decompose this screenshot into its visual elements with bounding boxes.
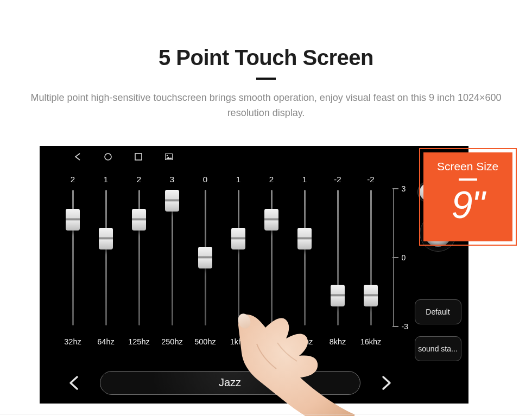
svg-rect-1 — [135, 153, 142, 160]
eq-band-250hz: 3250hz — [156, 175, 189, 346]
equalizer-panel: 232hz164hz2125hz3250hz0500hz11khz22khz14… — [56, 175, 426, 397]
eq-band-value: 1 — [302, 175, 307, 189]
eq-band-value: 0 — [203, 175, 207, 189]
screen-size-badge: Screen Size 9" — [419, 148, 517, 246]
eq-band-freq: 16khz — [360, 337, 382, 346]
back-icon[interactable] — [73, 152, 83, 162]
eq-slider[interactable] — [370, 190, 372, 325]
eq-band-4khz: 14khz — [288, 175, 321, 346]
eq-slider-knob[interactable] — [297, 228, 312, 249]
sound-stage-button[interactable]: sound sta... — [415, 336, 461, 361]
eq-slider[interactable] — [72, 190, 74, 325]
recent-icon[interactable] — [134, 152, 143, 162]
eq-slider[interactable] — [337, 190, 339, 325]
eq-band-freq: 1khz — [230, 337, 247, 346]
eq-band-freq: 64hz — [97, 337, 114, 346]
axis-tick — [392, 326, 398, 327]
eq-band-64hz: 164hz — [90, 175, 123, 346]
eq-band-value: 1 — [236, 175, 240, 189]
eq-slider-knob[interactable] — [264, 209, 278, 231]
android-navbar — [40, 146, 468, 167]
eq-band-500hz: 0500hz — [189, 175, 222, 346]
eq-band-value: 2 — [269, 175, 274, 189]
eq-band-125hz: 2125hz — [123, 175, 156, 346]
home-icon[interactable] — [103, 152, 113, 162]
preset-row: Jazz — [56, 369, 404, 397]
eq-band-value: -2 — [367, 175, 374, 189]
eq-band-value: 2 — [137, 175, 141, 189]
preset-name[interactable]: Jazz — [100, 371, 360, 395]
eq-band-freq: 8khz — [330, 337, 346, 346]
eq-band-freq: 250hz — [161, 337, 183, 346]
axis-tick — [392, 188, 398, 189]
eq-band-value: 3 — [170, 175, 174, 189]
preset-prev-button[interactable] — [62, 370, 87, 395]
eq-slider[interactable] — [271, 190, 273, 325]
eq-band-value: 1 — [104, 175, 108, 189]
eq-band-16khz: -216khz — [354, 175, 388, 346]
eq-slider-knob[interactable] — [198, 247, 212, 268]
eq-band-1khz: 11khz — [222, 175, 255, 346]
page-subtitle: Multiple point high-sensitive touchscree… — [0, 80, 532, 121]
eq-band-freq: 500hz — [194, 337, 216, 346]
eq-slider-knob[interactable] — [165, 190, 179, 212]
size-badge-value: 9" — [452, 186, 484, 224]
eq-band-8khz: -28khz — [321, 175, 354, 346]
axis-tick-label: -3 — [402, 322, 408, 331]
eq-slider[interactable] — [105, 190, 107, 325]
section-divider — [0, 414, 532, 414]
eq-slider[interactable] — [205, 190, 206, 325]
eq-slider[interactable] — [238, 190, 239, 325]
eq-slider-knob[interactable] — [331, 285, 345, 306]
preset-next-button[interactable] — [373, 370, 398, 395]
svg-point-4 — [166, 155, 168, 156]
eq-band-value: -2 — [334, 175, 341, 189]
eq-band-freq: 2khz — [263, 337, 280, 346]
size-badge-divider — [459, 178, 477, 181]
axis-tick — [392, 257, 398, 258]
eq-slider[interactable] — [172, 190, 173, 325]
axis-tick-label: 3 — [402, 184, 406, 193]
eq-band-32hz: 232hz — [56, 175, 90, 346]
eq-slider-knob[interactable] — [66, 209, 80, 231]
eq-scale-axis: 30-3 — [393, 189, 415, 327]
axis-tick-label: 0 — [402, 253, 406, 262]
eq-band-freq: 32hz — [64, 337, 81, 346]
eq-slider[interactable] — [138, 190, 140, 325]
eq-slider[interactable] — [304, 190, 306, 325]
device-stage: 232hz164hz2125hz3250hz0500hz11khz22khz14… — [40, 146, 493, 416]
gallery-icon[interactable] — [164, 152, 174, 162]
svg-point-0 — [105, 153, 111, 160]
eq-slider-knob[interactable] — [364, 285, 378, 306]
default-preset-button[interactable]: Default — [415, 299, 461, 324]
eq-band-value: 2 — [71, 175, 75, 189]
size-badge-label: Screen Size — [437, 160, 498, 173]
eq-band-2khz: 22khz — [255, 175, 288, 346]
page-title: 5 Point Touch Screen — [0, 46, 532, 70]
eq-band-freq: 4khz — [296, 337, 313, 346]
eq-slider-knob[interactable] — [132, 209, 146, 231]
eq-band-freq: 125hz — [128, 337, 150, 346]
eq-slider-knob[interactable] — [231, 228, 245, 249]
eq-slider-knob[interactable] — [99, 228, 113, 249]
device-screen: 232hz164hz2125hz3250hz0500hz11khz22khz14… — [40, 146, 468, 404]
